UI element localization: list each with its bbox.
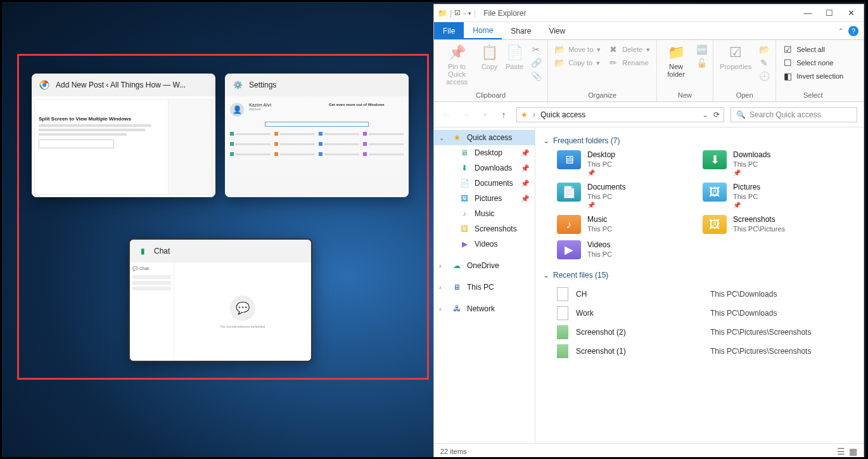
nav-this-pc[interactable]: ›🖥This PC <box>434 280 535 295</box>
nav-item-music[interactable]: ♪Music <box>434 206 535 221</box>
rename-button[interactable]: ✏Rename <box>607 57 651 68</box>
move-to-button[interactable]: 📂Move to ▾ <box>553 44 602 55</box>
nav-recent-button[interactable]: ▾ <box>478 111 491 118</box>
qat-checkbox-icon[interactable]: ☑ <box>454 9 461 17</box>
collapse-ribbon-icon[interactable]: ⌃ <box>838 27 843 34</box>
content-pane[interactable]: ⌄Frequent folders (7) 🖥DesktopThis PC📌⬇D… <box>535 127 864 443</box>
search-input[interactable]: 🔍 Search Quick access <box>731 107 857 122</box>
nav-forward-button[interactable]: → <box>459 110 472 120</box>
titlebar[interactable]: 📁 | ☑ ▫ ▾ | File Explorer — ☐ ✕ <box>434 4 864 22</box>
recent-file[interactable]: CHThis PC\Downloads <box>543 285 864 304</box>
nav-network[interactable]: ›🖧Network <box>434 301 535 316</box>
copy-button[interactable]: 📋Copy <box>480 42 499 87</box>
nav-pane[interactable]: ⌄★Quick access 🖥Desktop📌⬇Downloads📌📄Docu… <box>434 127 535 443</box>
ribbon: 📌Pin to Quick access 📋Copy 📄Paste ✂ 🔗 📎 … <box>434 40 864 102</box>
paste-button[interactable]: 📄Paste <box>504 42 525 87</box>
cut-button[interactable]: ✂ <box>530 44 542 55</box>
star-icon: ★ <box>521 110 528 119</box>
qat-dropdown-icon[interactable]: ▾ <box>468 10 471 16</box>
refresh-button[interactable]: ⟳ <box>713 110 720 119</box>
help-icon[interactable]: ? <box>848 26 858 36</box>
open-button[interactable]: 📂 <box>758 44 770 55</box>
status-bar: 22 items ☰ ▦ <box>434 443 864 457</box>
folder-downloads[interactable]: ⬇DownloadsThis PC📌 <box>703 150 829 176</box>
group-organize-label: Organize <box>553 91 651 100</box>
pin-quick-access-button[interactable]: 📌Pin to Quick access <box>439 42 475 87</box>
folder-videos[interactable]: ▶VideosThis PC <box>557 240 684 259</box>
recent-file[interactable]: Screenshot (1)This PC\Pictures\Screensho… <box>543 342 864 361</box>
tab-share[interactable]: Share <box>502 22 540 39</box>
recent-file[interactable]: WorkThis PC\Downloads <box>543 304 864 323</box>
tab-home[interactable]: Home <box>464 22 502 39</box>
edit-button[interactable]: ✎ <box>758 57 770 68</box>
group-select-label: Select <box>781 91 845 100</box>
delete-button[interactable]: ✖Delete ▾ <box>607 44 651 55</box>
recent-files-header[interactable]: ⌄Recent files (15) <box>543 271 864 280</box>
easy-access-button[interactable]: 🔓 <box>695 57 708 68</box>
search-icon: 🔍 <box>736 110 746 119</box>
group-clipboard-label: Clipboard <box>439 91 542 100</box>
close-button[interactable]: ✕ <box>846 8 856 18</box>
nav-item-downloads[interactable]: ⬇Downloads📌 <box>434 160 535 176</box>
nav-onedrive[interactable]: ›☁OneDrive <box>434 258 535 273</box>
chevron-down-icon[interactable]: ⌄ <box>702 110 708 119</box>
folder-desktop[interactable]: 🖥DesktopThis PC📌 <box>557 150 684 176</box>
nav-item-pictures[interactable]: 🖼Pictures📌 <box>434 191 535 206</box>
select-all-button[interactable]: ☑Select all <box>781 44 845 55</box>
nav-quick-access[interactable]: ⌄★Quick access <box>434 130 535 145</box>
nav-item-screenshots[interactable]: 🖼Screenshots <box>434 221 535 236</box>
nav-up-button[interactable]: ↑ <box>497 110 510 120</box>
qat-folder-icon[interactable]: ▫ <box>463 10 466 17</box>
new-folder-button[interactable]: 📁New folder <box>662 42 690 79</box>
history-button[interactable]: 🕘 <box>758 70 770 82</box>
nav-item-documents[interactable]: 📄Documents📌 <box>434 176 535 191</box>
copy-to-button[interactable]: 📂Copy to ▾ <box>553 57 602 68</box>
nav-item-desktop[interactable]: 🖥Desktop📌 <box>434 145 535 160</box>
new-item-button[interactable]: 🆕 <box>695 44 708 55</box>
invert-selection-button[interactable]: ◧Invert selection <box>781 70 845 82</box>
group-new-label: New <box>662 91 708 100</box>
file-explorer-window: 📁 | ☑ ▫ ▾ | File Explorer — ☐ ✕ File Hom… <box>433 4 864 457</box>
properties-button[interactable]: ☑Properties <box>718 42 753 82</box>
folder-music[interactable]: ♪MusicThis PC <box>557 215 684 234</box>
snap-layout-highlight <box>17 54 429 380</box>
copy-path-button[interactable]: 🔗 <box>530 57 542 68</box>
item-count: 22 items <box>440 448 467 455</box>
maximize-button[interactable]: ☐ <box>824 8 834 18</box>
tab-file[interactable]: File <box>434 22 464 39</box>
paste-shortcut-button[interactable]: 📎 <box>530 70 542 82</box>
frequent-folders-header[interactable]: ⌄Frequent folders (7) <box>543 136 864 145</box>
recent-file[interactable]: Screenshot (2)This PC\Pictures\Screensho… <box>543 323 864 342</box>
group-open-label: Open <box>718 91 770 100</box>
tab-view[interactable]: View <box>540 22 574 39</box>
view-large-icons-icon[interactable]: ▦ <box>849 446 857 456</box>
view-details-icon[interactable]: ☰ <box>837 446 845 456</box>
folder-documents[interactable]: 📄DocumentsThis PC📌 <box>557 183 684 209</box>
nav-back-button[interactable]: ← <box>440 110 453 120</box>
folder-screenshots[interactable]: 🖼ScreenshotsThis PC\Pictures <box>703 215 829 234</box>
address-location: Quick access <box>540 110 585 119</box>
select-none-button[interactable]: ☐Select none <box>781 57 845 68</box>
folder-pictures[interactable]: 🖼PicturesThis PC📌 <box>703 183 829 209</box>
minimize-button[interactable]: — <box>803 8 813 18</box>
window-title: File Explorer <box>483 9 526 18</box>
folder-icon: 📁 <box>438 9 447 18</box>
nav-item-videos[interactable]: ▶Videos <box>434 236 535 252</box>
address-bar[interactable]: ★ › Quick access ⌄ ⟳ <box>516 107 724 122</box>
search-placeholder: Search Quick access <box>750 110 821 119</box>
